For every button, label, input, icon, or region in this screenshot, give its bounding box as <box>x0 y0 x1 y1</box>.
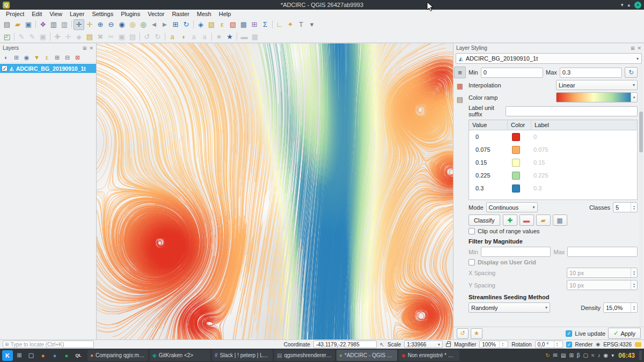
color-swatch[interactable] <box>512 146 520 154</box>
tab-vectors[interactable]: ▤ <box>454 93 466 105</box>
zoom-next-button[interactable]: ► <box>159 19 170 30</box>
input-method-icon[interactable]: ⊞ <box>569 353 573 358</box>
panel-toggle[interactable] <box>639 351 642 360</box>
zoom-full-extent-button[interactable]: ◉ <box>116 19 127 30</box>
filter-legend-button[interactable]: ▼ <box>32 53 41 62</box>
messages-bubble-icon[interactable] <box>635 342 641 347</box>
text-annotation-button[interactable]: T <box>296 19 306 30</box>
streamlines-canvas[interactable] <box>97 43 453 339</box>
notifier-icon[interactable]: ▾ <box>611 353 614 358</box>
close-icon[interactable]: ✕ <box>634 2 641 9</box>
density-spinner[interactable]: 15,0% ▴▾ <box>603 302 638 313</box>
save-ramp-button[interactable]: ▦ <box>553 215 567 226</box>
tab-symbology[interactable]: ≡ <box>454 67 466 78</box>
value-table-row[interactable]: 0.30.3 <box>469 182 637 195</box>
clipboard-icon[interactable]: ▤ <box>561 353 566 358</box>
scrollbar-thumb[interactable] <box>639 112 643 152</box>
collapse-all-button[interactable]: ⊟ <box>63 53 72 62</box>
zoom-to-selection-button[interactable]: ◎ <box>127 19 138 30</box>
user-grid-checkbox[interactable] <box>469 259 475 265</box>
menu-raster[interactable]: Raster <box>168 10 193 18</box>
color-swatch[interactable] <box>512 184 520 193</box>
clip-checkbox[interactable] <box>469 228 475 234</box>
value-cell[interactable]: 0.15 <box>469 159 508 166</box>
measure-line-button[interactable]: ∟ <box>274 19 285 30</box>
open-attribute-table-button[interactable]: ▦ <box>238 19 249 30</box>
color-ramp-combo[interactable]: ▾ <box>556 92 638 102</box>
apply-button[interactable]: ✓ Apply <box>608 328 641 339</box>
mic-icon[interactable]: ◉ <box>604 353 609 358</box>
filter-by-expression-button[interactable]: ε <box>42 53 52 62</box>
task-qgis[interactable]: ●*ADCIRC - QGIS 26427... <box>336 350 397 361</box>
statistical-summary-button[interactable]: Σ <box>260 19 270 30</box>
value-table-row[interactable]: 00 <box>469 130 637 143</box>
styling-layer-combo[interactable]: ◭ ADCIRC_BG_20190910_1t ▾ <box>456 53 642 64</box>
show-desktop-launcher[interactable]: ▢ <box>26 350 36 361</box>
new-project-button[interactable]: ▤ <box>2 19 12 30</box>
task-slack[interactable]: #Slack | ! peterp | Lutr... <box>212 350 273 361</box>
color-column-header[interactable]: Color <box>508 120 531 130</box>
messages-icon[interactable]: ✉ <box>553 353 558 358</box>
menu-mesh[interactable]: Mesh <box>193 10 215 18</box>
network-icon[interactable]: ≈ <box>591 353 595 358</box>
zoom-to-layer-button[interactable]: ◎ <box>138 19 149 30</box>
refresh-map-button[interactable]: ↻ <box>181 19 192 30</box>
value-cell[interactable]: 0.075 <box>469 146 508 153</box>
spotify-launcher[interactable]: ● <box>61 350 72 361</box>
open-project-button[interactable]: ▰ <box>12 19 23 30</box>
select-by-expression-button[interactable]: ε <box>217 19 228 30</box>
new-print-layout-button[interactable]: ▥ <box>48 19 59 30</box>
label-cell[interactable]: 0.225 <box>531 172 637 179</box>
task-firefox[interactable]: ●Comparing qgis:mast... <box>87 350 148 361</box>
load-ramp-button[interactable]: ▰ <box>536 215 551 226</box>
cursor-position-icon[interactable]: ↖ <box>380 342 384 348</box>
classify-button[interactable]: Classify <box>469 215 500 226</box>
pan-to-selection-button[interactable]: ✛ <box>84 19 95 30</box>
value-table-row[interactable]: 0.150.15 <box>469 156 637 169</box>
show-bookmarks-button[interactable]: ★ <box>224 31 235 42</box>
task-qgsmesh[interactable]: ▤qgsmeshrenderersetti... <box>274 350 335 361</box>
interpolation-combo[interactable]: Linear ▾ <box>556 80 638 90</box>
max-input[interactable]: 0.3 <box>560 68 622 78</box>
value-table-row[interactable]: 0.0750.075 <box>469 143 637 156</box>
value-column-header[interactable]: Value <box>469 120 508 130</box>
label-cell[interactable]: 0 <box>531 134 637 140</box>
pager-launcher[interactable]: ⊞ <box>14 350 25 361</box>
maximize-icon[interactable]: ▴ <box>627 3 630 8</box>
mode-combo[interactable]: Continuous ▾ <box>486 202 538 212</box>
label-column-header[interactable]: Label <box>531 120 637 130</box>
render-checkbox[interactable] <box>566 342 572 348</box>
add-group-button[interactable]: ⊞ <box>12 53 21 62</box>
locator-input[interactable]: ⊞ Type to locate (Ctrl+K) <box>3 341 94 348</box>
map-canvas[interactable] <box>97 43 453 339</box>
filter-max-input[interactable] <box>567 247 638 257</box>
label-cell[interactable]: 0.15 <box>531 159 637 166</box>
zoom-out-button[interactable]: ⊖ <box>106 19 116 30</box>
menu-plugins[interactable]: Plugins <box>117 10 144 18</box>
color-swatch[interactable] <box>512 133 520 141</box>
undock-panel-icon[interactable]: ⊞ <box>83 46 87 51</box>
layer-labeling-button[interactable]: a <box>167 31 178 42</box>
clock[interactable]: 06:43 <box>618 352 635 359</box>
map-tips-button[interactable]: ✦ <box>285 19 296 30</box>
ql-app-launcher[interactable]: QL <box>73 350 84 361</box>
value-cell[interactable]: 0.3 <box>469 185 508 191</box>
min-input[interactable]: 0 <box>481 68 543 78</box>
magnifier-spinner[interactable]: 100% ▴▾ <box>479 341 508 348</box>
coordinate-input[interactable]: -43.1179,-22.7985 <box>313 341 377 348</box>
minimize-icon[interactable]: ▾ <box>621 3 624 8</box>
scale-combo[interactable]: 1:33966 ▾ <box>404 341 443 348</box>
remove-class-button[interactable]: ▬ <box>519 215 534 226</box>
close-styling-icon[interactable]: ✕ <box>637 46 641 51</box>
undock-styling-icon[interactable]: ⊞ <box>631 46 635 51</box>
tab-contours[interactable]: ▦ <box>454 80 466 92</box>
filter-min-input[interactable] <box>481 247 551 257</box>
menu-edit[interactable]: Edit <box>28 10 46 18</box>
multiedit-attributes-button[interactable]: ▤ <box>84 31 95 42</box>
task-spyder[interactable]: ◆Non enregistré * — Sp... <box>399 350 459 361</box>
open-data-source-manager-button[interactable]: ◰ <box>2 31 12 42</box>
manage-map-themes-button[interactable]: ◉ <box>22 53 31 62</box>
firefox-launcher[interactable]: ● <box>38 350 48 361</box>
save-project-button[interactable]: ▣ <box>23 19 34 30</box>
label-cell[interactable]: 0.075 <box>531 146 637 153</box>
